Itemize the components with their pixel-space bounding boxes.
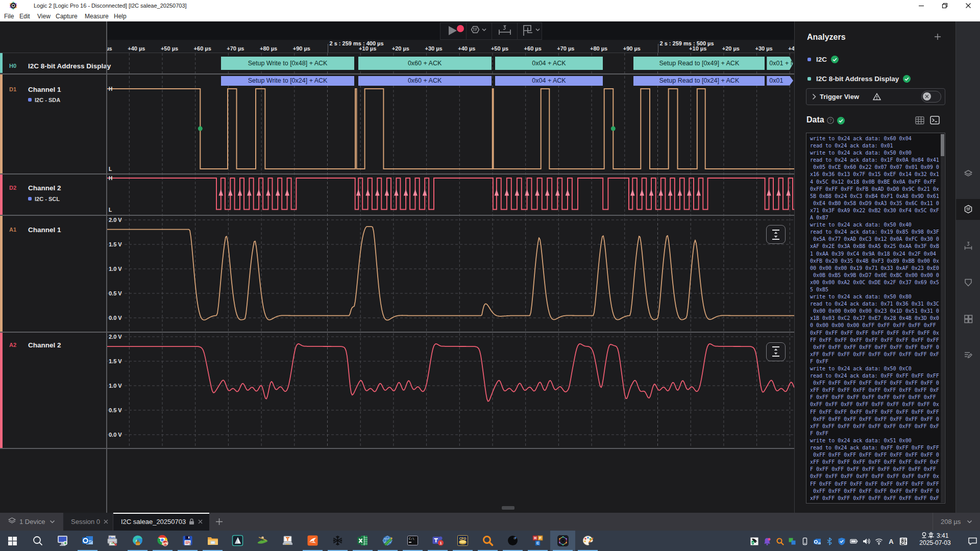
fit-vertical-button-a2[interactable] — [766, 342, 786, 361]
tray-speaker-icon[interactable] — [862, 537, 870, 545]
taskbar-app-hfc[interactable]: HFC — [525, 531, 550, 551]
h-scrollbar-thumb[interactable] — [502, 506, 514, 510]
strip-extensions-icon[interactable] — [963, 314, 973, 324]
channel-name-h0[interactable]: I2C 8-bit Address Display — [28, 62, 111, 70]
zoom-chevron-icon[interactable] — [967, 520, 972, 524]
add-analyzer-button[interactable] — [934, 33, 941, 40]
taskbar-app-chrome[interactable]: 승혁 — [150, 531, 175, 551]
menu-help[interactable]: Help — [114, 13, 127, 20]
new-tab-button[interactable] — [215, 517, 224, 526]
app-logo-icon — [9, 2, 17, 10]
taskbar-app-outlook[interactable] — [75, 531, 100, 551]
data-scrollbar-track[interactable] — [941, 134, 944, 503]
taskbar-app-sphere[interactable] — [500, 531, 525, 551]
menu-edit[interactable]: Edit — [19, 13, 30, 20]
trigger-view-panel[interactable]: Trigger View — [806, 88, 945, 105]
tray-ime-a-icon[interactable]: A — [887, 537, 895, 545]
channel-name-a2[interactable]: Channel 2 — [28, 341, 61, 349]
tray-shield-green-icon[interactable] — [750, 537, 758, 545]
taskbar-app-globe[interactable] — [375, 531, 400, 551]
tray-envelope-icon[interactable] — [813, 537, 821, 545]
taskbar-app-snowflake[interactable] — [325, 531, 350, 551]
taskbar-app-cfg[interactable]: CFG — [450, 531, 475, 551]
taskbar-app-monitor[interactable] — [50, 531, 75, 551]
tray-bell-purple-icon[interactable] — [763, 537, 771, 545]
restore-button[interactable] — [933, 0, 957, 11]
analyzer-item-label[interactable]: I2C — [816, 56, 827, 63]
voltage-label: 2.0 V — [109, 217, 122, 223]
taskbar-app-tlaptop[interactable] — [275, 531, 300, 551]
channel-id-d2: D2 — [9, 185, 16, 191]
strip-measurements-icon[interactable] — [963, 241, 973, 252]
taskbar-app-palette[interactable] — [575, 531, 600, 551]
fit-vertical-button-a1[interactable] — [766, 225, 786, 244]
close-tab-icon[interactable] — [104, 519, 108, 524]
taskbar-app-folder[interactable] — [200, 531, 225, 551]
strip-annotations-icon[interactable] — [963, 278, 973, 288]
svg-text:1: 1 — [439, 541, 442, 545]
chrome-icon: 승혁 — [157, 535, 169, 547]
taskbar-app-triangle[interactable] — [225, 531, 250, 551]
taskbar-app-kayak[interactable] — [250, 531, 275, 551]
table-view-icon[interactable] — [915, 116, 924, 124]
tray-defender-icon[interactable] — [837, 537, 846, 545]
menu-measure[interactable]: Measure — [85, 13, 109, 20]
channel-strip-a1 — [0, 216, 3, 332]
tray-bluetooth-icon[interactable] — [825, 537, 834, 545]
action-center-icon[interactable] — [968, 537, 977, 545]
taskbar-app-bird[interactable] — [300, 531, 325, 551]
session-tab[interactable]: Session 0 — [63, 513, 113, 531]
start-condition-dot — [198, 127, 203, 131]
channel-name-d2[interactable]: Channel 2 — [28, 184, 61, 192]
menu-view[interactable]: View — [37, 13, 51, 20]
taskbar-app-teams[interactable]: 1 — [425, 531, 450, 551]
start-button[interactable] — [0, 531, 25, 551]
device-count-label[interactable]: 1 Device — [19, 518, 45, 525]
tray-phone-icon[interactable] — [800, 537, 809, 545]
terminal-view-icon[interactable] — [930, 116, 940, 124]
tray-search-orange-icon[interactable] — [775, 537, 784, 545]
minimize-button[interactable] — [910, 0, 933, 11]
palette-icon — [582, 535, 594, 547]
tray-wifi-icon[interactable] — [874, 537, 883, 545]
close-button[interactable] — [957, 0, 980, 11]
data-log-panel[interactable]: write to 0x24 ack data: 0x60 0x04 read t… — [806, 133, 945, 504]
strip-notes-icon[interactable] — [963, 350, 973, 360]
taskbar-app-excel[interactable] — [350, 531, 375, 551]
taskbar-app-cmd[interactable]: C:\ — [400, 531, 425, 551]
taskbar-app-printer[interactable]: Bun — [100, 531, 125, 551]
help-icon[interactable]: ? — [827, 117, 834, 124]
hfc-icon: HFC — [532, 535, 544, 547]
zoom-level-label[interactable]: 208 µs — [941, 518, 961, 525]
taskbar-search-button[interactable] — [25, 531, 50, 551]
expand-chevron-icon[interactable] — [812, 93, 816, 100]
strip-devices-icon[interactable] — [963, 169, 973, 179]
data-scrollbar-thumb[interactable] — [941, 134, 944, 156]
clock-edge-arrow-icon — [375, 189, 380, 196]
device-chevron-icon[interactable] — [50, 520, 55, 524]
close-tab-icon[interactable] — [198, 519, 203, 524]
session-tab-active[interactable]: I2C saleae_20250703 — [113, 513, 209, 531]
clock-edge-arrow-icon — [687, 189, 692, 196]
menu-file[interactable]: File — [4, 13, 14, 20]
tray-battery-icon[interactable] — [849, 537, 858, 545]
trigger-toggle[interactable] — [921, 91, 941, 103]
trigger-view-label: Trigger View — [820, 93, 859, 101]
taskbar-clock[interactable]: 3:41 2025-07-03 — [906, 532, 964, 549]
channel-name-d1[interactable]: Channel 1 — [28, 86, 61, 93]
cmd-icon: C:\ — [407, 535, 419, 547]
analyzer-item-label[interactable]: I2C 8-bit Address Display — [816, 75, 899, 83]
taskbar-app-osearch[interactable] — [475, 531, 500, 551]
channel-name-a1[interactable]: Channel 1 — [28, 226, 61, 234]
voltage-label: 1.5 V — [109, 358, 122, 364]
menu-capture[interactable]: Capture — [56, 13, 78, 20]
panel-divider[interactable] — [106, 21, 107, 513]
taskbar-app-floppy[interactable]: 31 — [175, 531, 200, 551]
taskbar-app-edge[interactable] — [125, 531, 150, 551]
tray-squares-icon[interactable] — [788, 537, 796, 545]
taskbar-app-logic[interactable] — [550, 531, 575, 551]
clock-edge-arrow-icon — [555, 189, 560, 196]
analyzer-check-icon — [831, 56, 839, 63]
strip-analyzers-icon[interactable] — [963, 204, 973, 214]
warning-icon — [873, 93, 881, 101]
